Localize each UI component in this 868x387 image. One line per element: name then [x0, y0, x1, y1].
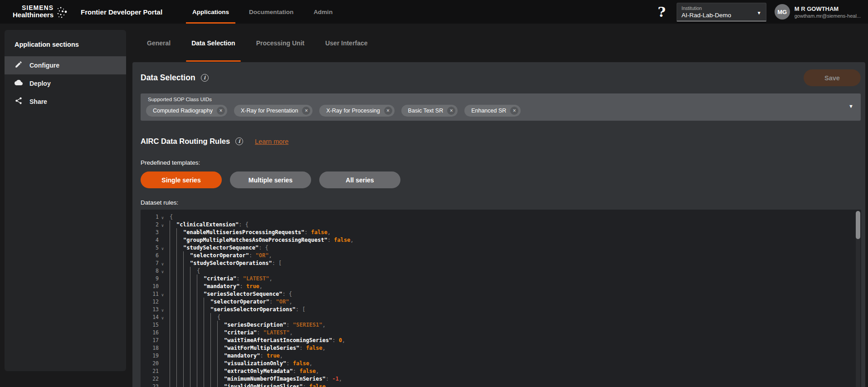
- indent-guide: [176, 344, 183, 352]
- indent-guide: [197, 290, 204, 298]
- indent-guide: [197, 305, 204, 313]
- indent-guide: [170, 282, 176, 290]
- token-p: :: [269, 299, 276, 305]
- info-icon[interactable]: i: [201, 74, 209, 82]
- app-header: SIEMENS Healthineers Frontier Developer …: [0, 0, 868, 24]
- user-email: gowtham.mr@siemens-heal...: [795, 13, 861, 19]
- code-line: 15"seriesDescription": "SERIES1",: [141, 321, 861, 328]
- code-line: 23"invalidOnMissingSlices": false,: [141, 382, 861, 387]
- token-p: : {: [282, 291, 292, 297]
- tab-processing-unit[interactable]: Processing Unit: [254, 24, 307, 62]
- token-p: :: [302, 383, 309, 387]
- indent-guide: [197, 359, 204, 367]
- close-icon[interactable]: ×: [447, 107, 455, 115]
- indent-guide: [183, 313, 190, 321]
- indent-guide: [170, 359, 176, 367]
- code-content: {: [170, 213, 173, 220]
- indent-guide: [176, 375, 183, 382]
- indent-guide: [217, 344, 224, 352]
- sop-class-uids-select[interactable]: Supported SOP Class UIDs Computed Radiog…: [141, 93, 861, 121]
- token-p: :: [299, 345, 306, 351]
- token-k: "criteria": [224, 329, 257, 336]
- tab-data-selection[interactable]: Data Selection: [189, 24, 238, 62]
- token-p: :: [239, 283, 246, 289]
- indent-guide: [176, 321, 183, 328]
- close-icon[interactable]: ×: [510, 107, 518, 115]
- fold-toggle-icon[interactable]: ∨: [159, 260, 166, 266]
- nav-item-label: Applications: [192, 9, 229, 15]
- tab-general[interactable]: General: [144, 24, 173, 62]
- code-line: 3"enableMultiseriesProcessingRequests": …: [141, 228, 861, 236]
- save-button[interactable]: Save: [804, 69, 861, 86]
- user-menu[interactable]: MG M R GOWTHAM gowtham.mr@siemens-heal..…: [775, 4, 861, 20]
- indent-guide: [210, 359, 217, 367]
- sop-field-label: Supported SOP Class UIDs: [148, 97, 840, 102]
- indent-guide: [204, 375, 210, 382]
- token-k: "seriesSelectorOperations": [210, 306, 296, 313]
- indent-guide: [190, 336, 197, 344]
- code-content: "minimumNumberOfImagesInSeries": -1,: [170, 375, 342, 382]
- line-number: 15: [141, 322, 159, 328]
- indent-guide: [176, 236, 183, 244]
- close-icon[interactable]: ×: [302, 107, 310, 115]
- indent-guide: [176, 305, 183, 313]
- indent-guide: [170, 336, 176, 344]
- institution-select[interactable]: Institution AI-Rad-Lab-Demo ▼: [677, 3, 766, 21]
- tab-label: Processing Unit: [256, 39, 305, 47]
- chip-label: Enhanced SR: [471, 108, 506, 114]
- fold-toggle-icon[interactable]: ∨: [159, 221, 166, 228]
- nav-item-applications[interactable]: Applications: [190, 0, 231, 24]
- indent-guide: [170, 367, 176, 375]
- sidebar-item-configure[interactable]: Configure: [5, 56, 126, 74]
- editor-scrollbar-thumb[interactable]: [856, 211, 860, 239]
- sidebar-item-label: Share: [29, 98, 47, 105]
- line-number: 21: [141, 368, 159, 374]
- indent-guide: [197, 313, 204, 321]
- token-p: ,: [322, 345, 326, 351]
- template-button-all-series[interactable]: All series: [319, 171, 400, 188]
- fold-toggle-icon[interactable]: ∨: [159, 291, 166, 297]
- fold-toggle-icon[interactable]: ∨: [159, 214, 166, 220]
- token-k: "groupMultipleMatchesAsOneProcessingRequ…: [183, 237, 327, 243]
- sidebar-item-share[interactable]: Share: [5, 93, 126, 111]
- sop-chip: X-Ray for Presentation×: [234, 105, 312, 117]
- nav-item-documentation[interactable]: Documentation: [247, 0, 295, 24]
- indent-guide: [170, 259, 176, 267]
- indent-guide: [176, 282, 183, 290]
- editor-scrollbar: [856, 211, 860, 387]
- fold-toggle-icon[interactable]: ∨: [159, 245, 166, 251]
- nav-item-admin[interactable]: Admin: [312, 0, 334, 24]
- sidebar-item-label: Configure: [29, 62, 59, 69]
- indent-guide: [176, 352, 183, 359]
- token-p: ,: [350, 237, 353, 243]
- dataset-rules-code-editor[interactable]: 1∨{2∨"clinicalExtension": {3"enableMulti…: [141, 210, 861, 387]
- template-button-multiple-series[interactable]: Multiple series: [230, 171, 311, 188]
- learn-more-link[interactable]: Learn more: [255, 138, 288, 145]
- indent-guide: [217, 321, 224, 328]
- close-icon[interactable]: ×: [217, 107, 225, 115]
- template-buttons: Single seriesMultiple seriesAll series: [141, 171, 857, 188]
- fold-toggle-icon[interactable]: ∨: [159, 268, 166, 274]
- close-icon[interactable]: ×: [384, 107, 392, 115]
- line-number: 7: [141, 260, 159, 266]
- indent-guide: [176, 336, 183, 344]
- indent-guide: [170, 220, 176, 228]
- sidebar-item-deploy[interactable]: Deploy: [5, 74, 126, 93]
- tab-user-interface[interactable]: User Interface: [322, 24, 370, 62]
- code-content: "waitTimeAfterLastIncomingSeries": 0,: [170, 336, 345, 344]
- help-icon[interactable]: ?: [658, 4, 666, 20]
- token-k: "waitForMultipleSeries": [224, 345, 299, 351]
- fold-toggle-icon[interactable]: ∨: [159, 306, 166, 313]
- token-p: ,: [339, 376, 342, 382]
- info-icon[interactable]: i: [235, 137, 243, 145]
- fold-toggle-icon[interactable]: ∨: [159, 314, 166, 320]
- template-button-single-series[interactable]: Single series: [141, 171, 222, 188]
- code-line: 17"waitTimeAfterLastIncomingSeries": 0,: [141, 336, 861, 344]
- code-line: 18"waitForMultipleSeries": false,: [141, 344, 861, 352]
- indent-guide: [183, 344, 190, 352]
- indent-guide: [197, 344, 204, 352]
- token-p: : {: [239, 221, 249, 228]
- line-number: 6: [141, 252, 159, 259]
- fold-spacer: [159, 347, 166, 349]
- line-number: 1: [141, 214, 159, 220]
